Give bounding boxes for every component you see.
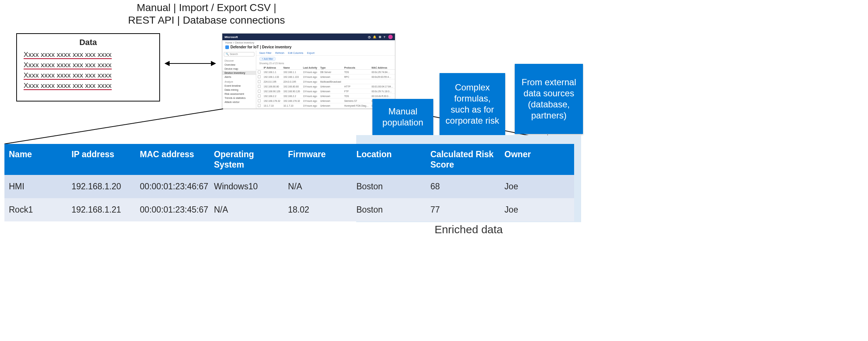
checkbox-icon[interactable] (258, 90, 261, 93)
checkbox-icon[interactable] (258, 85, 261, 88)
defender-row[interactable]: 192.168.1.133192.168.1.13319 hours agoUn… (256, 75, 395, 79)
cell-risk: 68 (426, 175, 500, 198)
defender-cell: Multicast/Broadcast (319, 79, 343, 84)
header-owner[interactable]: Owner (500, 144, 574, 175)
cell-owner: Joe (500, 175, 574, 198)
svg-line-3 (4, 109, 223, 144)
defender-cell: 19 hours ago (302, 79, 319, 84)
cell-os: N/A (209, 198, 284, 221)
defender-row[interactable]: 192.168.1.1192.168.1.119 hours agoDB Ser… (256, 70, 395, 75)
cell-name: HMI (4, 175, 67, 198)
table-row[interactable]: HMI 192.168.1.20 00:00:01:23:46:67 Windo… (4, 175, 574, 198)
defender-brand: Microsoft (225, 35, 238, 39)
checkbox-icon[interactable] (258, 75, 261, 78)
header-location[interactable]: Location (352, 144, 426, 175)
defender-cell: 19 hours ago (302, 103, 319, 108)
search-input[interactable]: 🔍 Search (224, 52, 254, 56)
caption-line-2: REST API | Database connections (128, 14, 285, 26)
defender-row[interactable]: 192.168.90.126192.168.90.12619 hours ago… (256, 89, 395, 94)
header-risk[interactable]: Calculated Risk Score (426, 144, 500, 175)
item-count-label: Showing 23 of 23 items (256, 62, 395, 66)
cell-ip: 192.168.1.21 (67, 198, 135, 221)
defender-cell: Unknown (319, 94, 343, 99)
defender-cell: 224.0.0.195 (282, 79, 301, 84)
defender-row[interactable]: 192.168.2.2192.168.2.219 hours agoUnknow… (256, 94, 395, 99)
table-row[interactable]: Rock1 192.168.1.21 00:00:01:23:45:67 N/A… (4, 198, 574, 221)
col-mac[interactable]: MAC Address (370, 66, 395, 70)
sidebar-item-device-inventory[interactable]: Device inventory (222, 71, 256, 75)
sidebar-item-alerts[interactable]: Alerts (222, 75, 256, 79)
sidebar-item-risk-assessment[interactable]: Risk assessment (222, 92, 256, 96)
save-filter-button[interactable]: Save Filter (259, 52, 271, 54)
defender-cell (370, 79, 395, 84)
defender-cell: 192.168.1.1 (282, 70, 301, 75)
defender-cell: 00:18:db:ff:20:0… (370, 94, 395, 99)
defender-cell: TDS (343, 70, 370, 75)
add-filter-chip[interactable]: + Add filter (259, 57, 276, 61)
checkbox-icon[interactable] (258, 70, 261, 73)
checkbox-icon[interactable] (258, 99, 261, 102)
export-button[interactable]: Export (307, 52, 315, 54)
col-name[interactable]: Name (282, 66, 301, 70)
defender-cell: TDS (343, 94, 370, 99)
col-last[interactable]: Last Activity (302, 66, 319, 70)
diagram-caption: Manual | Import / Export CSV | REST API … (103, 1, 310, 27)
raw-data-line: Xxxx xxxx xxxx xxx xxx xxxx (24, 80, 153, 91)
header-ip[interactable]: IP address (67, 144, 135, 175)
defender-titlebar: Microsoft ◷ 🔔 ⚙ ? (222, 34, 395, 40)
defender-cell: 00:0c:29:74:84… (370, 70, 395, 75)
defender-cell: 192.168.1.1 (262, 70, 282, 75)
sidebar-item-attack-vector[interactable]: Attack vector (222, 100, 256, 104)
gear-icon: ⚙ (379, 35, 381, 39)
checkbox-icon[interactable] (258, 80, 261, 83)
defender-cell: Honeywell FDA Diag… (343, 103, 370, 108)
header-mac[interactable]: MAC address (135, 144, 209, 175)
header-firmware[interactable]: Firmware (284, 144, 352, 175)
defender-cell: 192.168.2.2 (282, 94, 301, 99)
defender-cell: 19 hours ago (302, 99, 319, 103)
sidebar-item-event-timeline[interactable]: Event timeline (222, 84, 256, 88)
defender-cell: 192.168.90.126 (262, 89, 282, 94)
bell-icon: 🔔 (373, 35, 376, 39)
header-name[interactable]: Name (4, 144, 67, 175)
defender-cell: 00:01:00:04:17:84… (370, 84, 395, 89)
defender-row[interactable]: 224.0.0.195224.0.0.19519 hours agoMultic… (256, 79, 395, 84)
defender-cell: 19 hours ago (302, 84, 319, 89)
defender-cell: Unknown (319, 89, 343, 94)
header-os[interactable]: Operating System (209, 144, 284, 175)
col-type[interactable]: Type (319, 66, 343, 70)
defender-cell: 192.168.1.133 (262, 75, 282, 79)
cell-location: Boston (352, 198, 426, 221)
defender-cell: 192.168.80.80 (282, 84, 301, 89)
cell-name: Rock1 (4, 198, 67, 221)
help-icon: ? (383, 35, 385, 39)
defender-cell: 00:0c29:03:55:4… (370, 75, 395, 79)
sidebar-item-overview[interactable]: Overview (222, 63, 256, 67)
defender-toolbar: Save Filter Refresh Edit Columns Export (256, 51, 395, 56)
refresh-button[interactable]: Refresh (275, 52, 284, 54)
col-ip[interactable]: IP Address (262, 66, 282, 70)
table-header-row: Name IP address MAC address Operating Sy… (4, 144, 574, 175)
svg-marker-2 (211, 61, 216, 66)
sidebar-item-device-map[interactable]: Device map (222, 67, 256, 71)
breadcrumb: Home > Device inventory (222, 40, 395, 45)
checkbox-icon[interactable] (258, 104, 261, 107)
raw-data-line: Xxxx xxxx xxxx xxx xxx xxxx (24, 70, 153, 80)
sidebar-item-data-mining[interactable]: Data mining (222, 88, 256, 92)
defender-cell: RPC (343, 75, 370, 79)
clock-icon: ◷ (368, 35, 371, 39)
defender-row[interactable]: 192.168.80.80192.168.80.8019 hours agoUn… (256, 84, 395, 89)
cell-mac: 00:00:01:23:46:67 (135, 175, 209, 198)
defender-screenshot: Microsoft ◷ 🔔 ⚙ ? Home > Device inventor… (222, 33, 395, 109)
edit-columns-button[interactable]: Edit Columns (288, 52, 303, 54)
defender-cell: 224.0.0.195 (262, 79, 282, 84)
checkbox-icon[interactable] (258, 94, 261, 97)
defender-cell: 192.168.178.32 (262, 99, 282, 103)
defender-cell: 19 hours ago (302, 94, 319, 99)
raw-data-title: Data (24, 38, 153, 47)
nav-header-analyze: Analyze (225, 80, 254, 83)
col-proto[interactable]: Protocols (343, 66, 370, 70)
callout-external-sources: From external data sources (database, pa… (515, 64, 583, 134)
sidebar-item-trends[interactable]: Trends & statistics (222, 96, 256, 100)
raw-data-line: Xxxx xxxx xxxx xxx xxx xxxx (24, 49, 153, 60)
